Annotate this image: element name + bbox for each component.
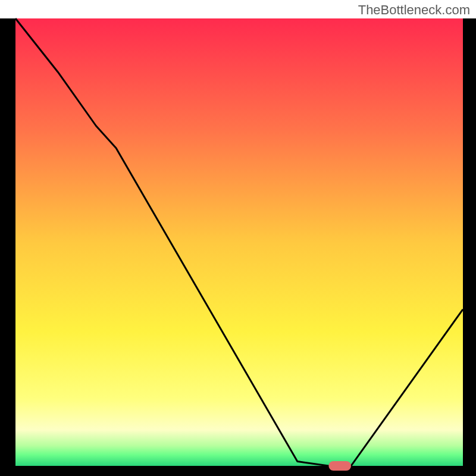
chart-container: TheBottleneck.com [0,0,476,476]
bottleneck-chart [0,0,476,476]
optimal-range-marker [328,461,351,471]
chart-gradient-background [15,18,463,466]
watermark-text: TheBottleneck.com [358,2,470,18]
